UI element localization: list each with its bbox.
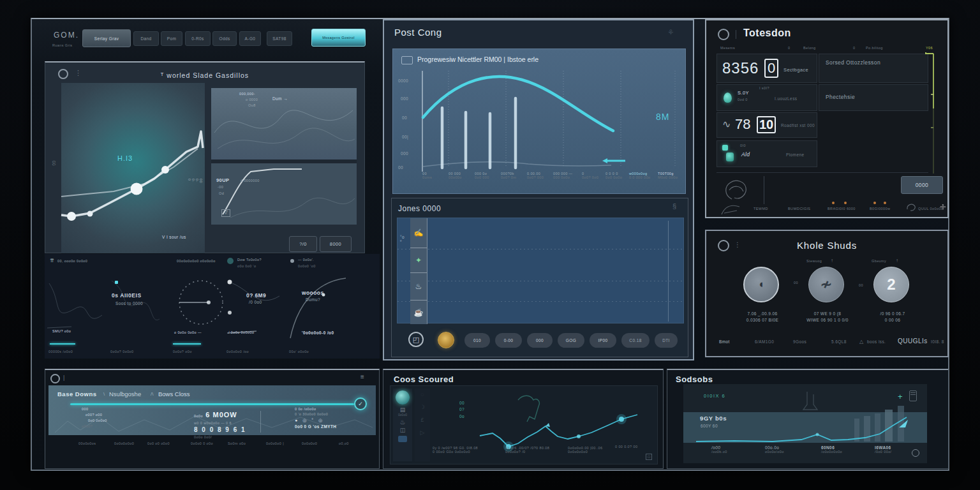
khole-caption: 7.06 _.00.9.06: [732, 311, 792, 316]
footer-label[interactable]: 00o0o0os: [78, 442, 96, 445]
center-stats: 0o0o 6 M0OW w0 0 w0o0o0o — 0 6 8 0 0 8 9…: [194, 408, 264, 439]
sub-chart-label: Od: [219, 191, 224, 195]
footer-label[interactable]: B0GI0000w: [870, 207, 890, 211]
stat-cell[interactable]: 8356 0 Sectbgace: [716, 54, 817, 83]
history-circle-button[interactable]: ◰: [408, 332, 424, 347]
right-axis-label: 00 0-0-0: [188, 179, 203, 183]
sort-icon[interactable]: ≡: [360, 373, 364, 380]
thumbnail-card[interactable]: 00, ooo0o 0o0o0 ⇈ SMU? o0o 00000s /o0o0: [46, 255, 103, 356]
footer-label[interactable]: 0o0o0o0: [302, 442, 317, 445]
coin-circle-icon[interactable]: ◖: [743, 267, 779, 302]
tab-base-downs[interactable]: Base Downs: [57, 390, 97, 397]
khole-footer-label[interactable]: 6/AM1G0: [755, 339, 774, 344]
toolbar-tab[interactable]: A-G0: [239, 31, 261, 46]
swirl-icon: [905, 202, 917, 213]
stat-cell[interactable]: Sorsed Ottozzlesson: [819, 54, 928, 83]
toolbar-tab[interactable]: SAT98: [267, 31, 292, 46]
pill-button[interactable]: 0-00: [495, 333, 522, 348]
chart-action-button[interactable]: 8000: [320, 236, 352, 252]
highlight-tool-icon[interactable]: ✦: [410, 248, 427, 273]
pill-button[interactable]: DTI: [655, 333, 678, 348]
thumbnail-card[interactable]: — 0o0o'. 0o0o0 'o0 woooos Dumu? '0o0o0o0…: [285, 255, 349, 356]
tab-nsulbgoshe[interactable]: Nsulbgoshe: [109, 390, 141, 397]
footer-label[interactable]: 0o0 o0 o0o0: [147, 442, 170, 445]
khole-item[interactable]: Gbeumy ↑ 00 2 /0 96 0 06.7 0 00 06: [870, 263, 915, 333]
footer-label[interactable]: 0o0o0o0o0: [114, 442, 134, 445]
thermometer-tool-icon[interactable]: ♨: [410, 273, 427, 301]
pill-button[interactable]: C0.18: [621, 333, 650, 348]
axis-name: /o00: [711, 445, 756, 450]
wave-circle-icon[interactable]: ≁: [808, 267, 844, 302]
pill-button[interactable]: 000: [527, 333, 553, 348]
khole-item[interactable]: Stewuog ↑ 00 ≁ 07 WE 9 0 (8 WIWE 06 90 1…: [805, 263, 850, 333]
panel-title: Post Cong: [394, 27, 442, 38]
axis-name: 00o.0o: [765, 445, 813, 450]
expand-icon[interactable]: □: [646, 454, 652, 460]
gridline: [397, 249, 683, 249]
axis-label-2: 0o0o0o? /0: [505, 450, 566, 454]
plus-icon[interactable]: ➕: [940, 204, 946, 210]
footer-label[interactable]: So0m o0o: [228, 442, 246, 445]
panel-avatar-icon[interactable]: [718, 29, 729, 40]
jones-title: Jones 0000: [398, 204, 441, 213]
footer-label[interactable]: o0,o0: [339, 442, 349, 445]
khole-item[interactable]: ◖ 7.06 _.00.9.06 0.0306 07 BI0E: [740, 263, 785, 333]
chart-action-button[interactable]: ?/0: [289, 236, 317, 252]
post-cong-panel: Post Cong ⚘ Progrewesiw Nicettler RM00 |…: [383, 19, 694, 360]
thumbnail-card[interactable]: 00o0o0o0o0 o0o0o0o o 0o0o 0o0o — 0o0o? o…: [170, 255, 221, 356]
flower-sketch-icon: [719, 176, 754, 203]
sub-chart-top: 000,000- o 0000 Ou8 Dum →: [211, 88, 357, 160]
thumb-header-2: 0o0o0 'o0: [298, 264, 316, 268]
footer-label[interactable]: TEWMD: [754, 207, 768, 211]
sub-chart-tag: Dum →: [272, 96, 288, 101]
pen-tool-icon[interactable]: ✍: [410, 218, 427, 248]
toolbar-tab[interactable]: Dand: [133, 31, 159, 46]
teal-dot-icon: [227, 258, 234, 264]
khole-footer-label[interactable]: Bmot: [719, 339, 730, 344]
anchor-icon[interactable]: ⚘: [667, 28, 674, 37]
panel-action-button[interactable]: 0000: [901, 176, 943, 194]
footer-label[interactable]: BRAGI0I0 6000: [828, 207, 856, 211]
footer-label[interactable]: 0o0o0o0 |: [266, 442, 284, 445]
pill-button[interactable]: GOG: [558, 333, 584, 348]
pill-button[interactable]: IP00: [590, 333, 616, 348]
thumb-note: '0o0o0o0-0 /o0: [302, 330, 334, 335]
footer-label[interactable]: 0o0o0 0 o0o: [191, 442, 213, 445]
stat-cell[interactable]: Phectehsie: [819, 84, 928, 111]
green-slider[interactable]: [917, 51, 936, 176]
logo-text: GOM.: [54, 31, 79, 40]
khole-footer-label[interactable]: boos lss.: [867, 339, 886, 344]
khole-footer-label[interactable]: 9Goos: [793, 339, 806, 344]
primary-cta-button[interactable]: Mssagens Gostrol: [311, 29, 366, 47]
thumb-big-text: 0? 6M9: [246, 292, 266, 299]
circle-icon[interactable]: [912, 449, 919, 457]
toolbar-tab[interactable]: 0-R0s: [185, 31, 211, 46]
gold-coin-button[interactable]: [438, 332, 454, 348]
khole-footer-label[interactable]: 5.6QL8: [831, 339, 847, 344]
progress-track[interactable]: [70, 403, 354, 405]
section-icon[interactable]: §: [672, 202, 676, 210]
y-tick: 00: [402, 115, 407, 120]
panel-avatar-icon[interactable]: [50, 374, 60, 383]
note-line: 000: [82, 407, 88, 411]
khole-footer-label[interactable]: I0I8. 8: [931, 339, 944, 344]
thumbnail-card[interactable]: 0s AII0EIS Soos to 0000 0o0o? 0o0o0: [105, 255, 161, 356]
toolbar-tab[interactable]: Pom: [161, 31, 182, 46]
toolbar-tab[interactable]: Odds: [212, 31, 237, 46]
tab-bows-closs[interactable]: Bows Closs: [158, 390, 190, 397]
thumbnail-card[interactable]: Dow To0o0o? o0o 0o0 'o 0? 6M9 /0 0o0 / 0…: [223, 255, 283, 356]
flag-icon[interactable]: ▽: [221, 209, 230, 217]
footer-label[interactable]: BUWDCIGIS: [788, 207, 810, 211]
stat-cell[interactable]: 0I0 Ald Plomene: [716, 140, 817, 167]
stat-cell[interactable]: S.0Y 0od 0 I s0I? I.uouzLess: [716, 84, 817, 111]
toolbar-tab-active[interactable]: Serlay Grav: [82, 29, 131, 47]
khole-footer-label-highlight[interactable]: QUUGLIs: [898, 338, 928, 345]
pill-button[interactable]: 010: [464, 333, 490, 348]
spark-line: [173, 343, 201, 345]
y-axis-label: 00: [52, 160, 56, 165]
cup-tool-icon[interactable]: ☕: [410, 301, 427, 325]
person-circle-icon[interactable]: 2: [873, 267, 909, 302]
axis-label-group: 01 0/6 .00/0? /0?0 80.08 0o0o0o? /0: [505, 446, 566, 454]
dot-row-icons: ● ◎ ° ◎: [295, 418, 375, 423]
stat-cell[interactable]: ∿ 78 10 Roadfist xst 000: [716, 112, 817, 138]
